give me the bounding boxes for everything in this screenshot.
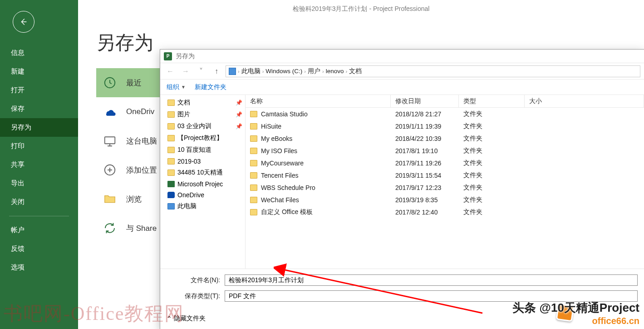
svg-rect-1 bbox=[105, 137, 115, 144]
filename-label: 文件名(N): bbox=[167, 276, 220, 284]
folder-icon bbox=[250, 135, 257, 142]
navigation-pane[interactable]: 文档📌图片📌03 企业内训📌【Project教程】10 百度知道2019-033… bbox=[160, 95, 246, 269]
pc-icon bbox=[229, 68, 236, 75]
nav-back-button[interactable]: ← bbox=[164, 65, 177, 78]
folder-icon bbox=[250, 209, 257, 215]
file-row[interactable]: MyCourseware2017/9/11 19:26文件夹 bbox=[246, 157, 644, 169]
folder-icon bbox=[250, 148, 257, 154]
sidebar-item[interactable]: 关闭 bbox=[0, 193, 78, 211]
breadcrumb-segment[interactable]: Windows (C:) bbox=[265, 68, 302, 75]
breadcrumb-segment[interactable]: lenovo bbox=[326, 68, 344, 75]
navpane-item[interactable]: OneDrive bbox=[160, 189, 245, 200]
pin-icon: 📌 bbox=[236, 123, 242, 130]
navpane-item[interactable]: 34485 10天精通 bbox=[160, 167, 245, 179]
chevron-right-icon: › bbox=[322, 69, 324, 74]
file-row[interactable]: WBS Schedule Pro2017/9/17 12:23文件夹 bbox=[246, 181, 644, 194]
nav-forward-button[interactable]: → bbox=[179, 65, 192, 78]
file-row[interactable]: Camtasia Studio2018/12/8 21:27文件夹 bbox=[246, 108, 644, 120]
address-bar[interactable]: › 此电脑›Windows (C:)›用户›lenovo›文档 bbox=[226, 65, 640, 77]
navpane-item[interactable]: 文档📌 bbox=[160, 97, 245, 109]
navpane-item[interactable]: 此电脑 bbox=[160, 200, 245, 212]
sidebar-item[interactable]: 反馈 bbox=[0, 239, 78, 258]
folder-icon bbox=[167, 158, 175, 164]
watermark-left: 书吧网-Office教程网 bbox=[4, 301, 184, 326]
save-as-dialog: P 另存为 ← → ˅ ↑ › 此电脑›Windows (C:)›用户›leno… bbox=[160, 49, 644, 329]
sidebar-item[interactable]: 打开 bbox=[0, 81, 78, 100]
folder-icon bbox=[167, 100, 175, 106]
sidebar-item[interactable]: 保存 bbox=[0, 100, 78, 118]
pc-icon bbox=[102, 133, 118, 149]
file-row[interactable]: 自定义 Office 模板2017/8/2 12:40文件夹 bbox=[246, 206, 644, 218]
navpane-item[interactable]: 03 企业内训📌 bbox=[160, 120, 245, 132]
onedrive-icon bbox=[102, 104, 118, 120]
sidebar-item[interactable]: 选项 bbox=[0, 258, 78, 277]
file-list-header[interactable]: 名称 修改日期 类型 大小 bbox=[246, 95, 644, 108]
chevron-right-icon: › bbox=[346, 69, 348, 74]
folder-icon bbox=[167, 203, 175, 209]
file-row[interactable]: WeChat Files2019/3/19 8:35文件夹 bbox=[246, 194, 644, 206]
file-row[interactable]: My eBooks2018/4/22 10:39文件夹 bbox=[246, 132, 644, 145]
breadcrumb-segment[interactable]: 用户 bbox=[308, 67, 320, 75]
watermark-right: 头条 @10天精通Project office66.cn bbox=[512, 300, 639, 326]
folder-icon bbox=[250, 184, 257, 191]
navpane-item[interactable]: 10 百度知道 bbox=[160, 144, 245, 156]
file-list-pane: 名称 修改日期 类型 大小 Camtasia Studio2018/12/8 2… bbox=[246, 95, 644, 269]
sidebar-separator bbox=[9, 216, 69, 216]
nav-up-button[interactable]: ↑ bbox=[210, 65, 223, 78]
clock-icon bbox=[102, 75, 118, 91]
column-date[interactable]: 修改日期 bbox=[391, 95, 459, 107]
folder-icon bbox=[167, 135, 175, 141]
pin-icon: 📌 bbox=[236, 111, 242, 118]
sidebar-item[interactable]: 另存为 bbox=[0, 118, 78, 137]
navpane-item[interactable]: 【Project教程】 bbox=[160, 132, 245, 144]
backstage-sidebar: 信息新建打开保存另存为打印共享导出关闭 帐户反馈选项 bbox=[0, 0, 78, 329]
file-row[interactable]: My ISO Files2017/8/1 19:10文件夹 bbox=[246, 145, 644, 157]
folder-icon bbox=[250, 123, 257, 130]
dialog-nav-bar: ← → ˅ ↑ › 此电脑›Windows (C:)›用户›lenovo›文档 bbox=[160, 63, 644, 80]
folder-icon bbox=[250, 160, 257, 166]
sync-icon bbox=[102, 220, 118, 236]
add-icon bbox=[102, 162, 118, 178]
sidebar-item[interactable]: 打印 bbox=[0, 137, 78, 155]
title-bar: 检验科2019年3月工作计划 - Project Professional bbox=[78, 0, 644, 18]
breadcrumb-segment[interactable]: 文档 bbox=[349, 67, 362, 75]
back-button[interactable] bbox=[13, 11, 34, 33]
nav-recent-button[interactable]: ˅ bbox=[195, 65, 207, 78]
sidebar-item[interactable]: 导出 bbox=[0, 174, 78, 193]
column-name[interactable]: 名称 bbox=[246, 95, 391, 107]
folder-icon bbox=[250, 197, 257, 203]
pin-icon: 📌 bbox=[236, 100, 242, 106]
organize-button[interactable]: 组织 ▼ bbox=[167, 83, 186, 91]
dialog-title: 另存为 bbox=[176, 52, 195, 60]
new-folder-button[interactable]: 新建文件夹 bbox=[195, 83, 226, 91]
filetype-label: 保存类型(T): bbox=[167, 292, 220, 300]
folder-icon bbox=[250, 172, 257, 179]
app-title: 检验科2019年3月工作计划 - Project Professional bbox=[293, 5, 430, 13]
folder-icon bbox=[167, 192, 175, 198]
folder-icon bbox=[167, 123, 175, 130]
chevron-right-icon: › bbox=[304, 69, 306, 74]
column-type[interactable]: 类型 bbox=[459, 95, 525, 107]
chevron-right-icon: › bbox=[262, 69, 264, 74]
dialog-titlebar[interactable]: P 另存为 bbox=[160, 50, 644, 63]
sidebar-item[interactable]: 信息 bbox=[0, 44, 78, 62]
sidebar-item[interactable]: 新建 bbox=[0, 62, 78, 81]
filename-input[interactable]: 检验科2019年3月工作计划 bbox=[225, 274, 638, 286]
dialog-toolbar: 组织 ▼ 新建文件夹 bbox=[160, 80, 644, 95]
navpane-item[interactable]: 图片📌 bbox=[160, 109, 245, 120]
folder-icon bbox=[167, 147, 175, 153]
file-row[interactable]: HiSuite2019/1/11 19:39文件夹 bbox=[246, 120, 644, 132]
sidebar-item[interactable]: 共享 bbox=[0, 155, 78, 174]
folder-icon bbox=[250, 111, 257, 117]
sidebar-item[interactable]: 帐户 bbox=[0, 221, 78, 239]
navpane-item[interactable]: 2019-03 bbox=[160, 156, 245, 167]
folder-icon bbox=[167, 181, 175, 187]
column-size[interactable]: 大小 bbox=[525, 95, 644, 107]
arrow-left-icon bbox=[19, 17, 29, 27]
file-row[interactable]: Tencent Files2019/3/11 15:54文件夹 bbox=[246, 169, 644, 181]
navpane-item[interactable]: Microsoft Projec bbox=[160, 179, 245, 189]
folder-icon bbox=[102, 191, 118, 207]
project-app-icon: P bbox=[164, 52, 172, 60]
folder-icon bbox=[167, 111, 175, 118]
breadcrumb-segment[interactable]: 此电脑 bbox=[241, 67, 261, 75]
